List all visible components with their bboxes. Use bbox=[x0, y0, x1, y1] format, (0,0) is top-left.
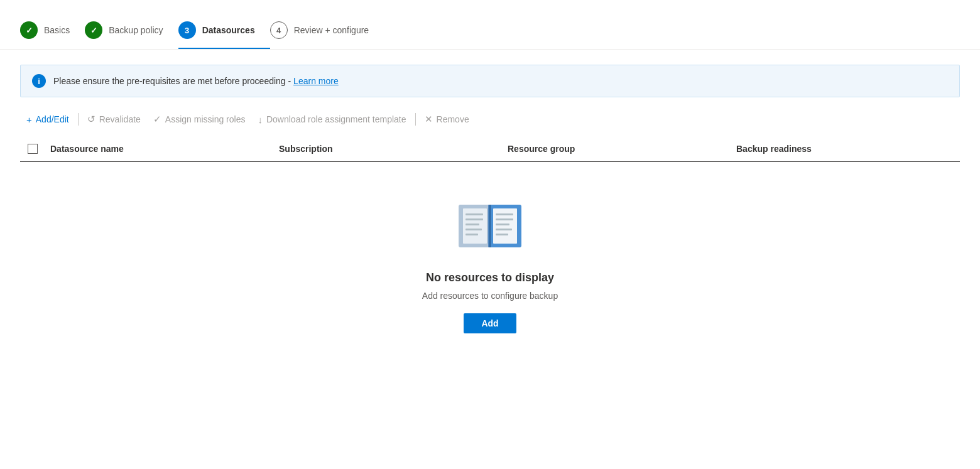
remove-button[interactable]: ✕ Remove bbox=[418, 110, 476, 129]
svg-rect-14 bbox=[496, 234, 508, 235]
col-backup-readiness: Backup readiness bbox=[731, 141, 960, 156]
svg-rect-2 bbox=[466, 213, 483, 215]
step-backup-policy-label: Backup policy bbox=[109, 25, 163, 35]
download-icon: ↓ bbox=[258, 114, 263, 125]
empty-state: No resources to display Add resources to… bbox=[20, 162, 960, 358]
toolbar-separator-1 bbox=[78, 113, 79, 126]
assign-roles-button[interactable]: ✓ Assign missing roles bbox=[147, 110, 252, 129]
wizard-steps: ✓ Basics ✓ Backup policy 3 Datasources 4… bbox=[0, 0, 980, 50]
svg-rect-3 bbox=[466, 218, 483, 220]
step-datasources[interactable]: 3 Datasources bbox=[178, 11, 270, 49]
step-basics[interactable]: ✓ Basics bbox=[20, 11, 85, 49]
svg-rect-5 bbox=[466, 229, 482, 230]
step-review[interactable]: 4 Review + configure bbox=[270, 11, 384, 49]
select-all-cell[interactable] bbox=[20, 144, 45, 154]
step-review-icon: 4 bbox=[270, 21, 288, 39]
col-resource-group: Resource group bbox=[503, 141, 731, 156]
svg-rect-12 bbox=[496, 224, 509, 225]
info-banner: i Please ensure the pre-requisites are m… bbox=[20, 65, 960, 97]
empty-state-add-button[interactable]: Add bbox=[464, 313, 516, 333]
col-datasource-name: Datasource name bbox=[45, 141, 274, 156]
step-datasources-label: Datasources bbox=[202, 25, 255, 35]
empty-state-subtitle: Add resources to configure backup bbox=[422, 291, 558, 301]
svg-rect-4 bbox=[466, 224, 479, 225]
step-review-label: Review + configure bbox=[294, 25, 369, 35]
step-basics-label: Basics bbox=[44, 25, 70, 35]
toolbar: + Add/Edit ↺ Revalidate ✓ Assign missing… bbox=[0, 97, 980, 129]
banner-text: Please ensure the pre-requisites are met… bbox=[53, 76, 339, 86]
empty-state-title: No resources to display bbox=[426, 271, 554, 284]
info-icon: i bbox=[32, 74, 46, 88]
select-all-checkbox[interactable] bbox=[28, 144, 38, 154]
add-edit-button[interactable]: + Add/Edit bbox=[20, 111, 75, 129]
data-table: Datasource name Subscription Resource gr… bbox=[20, 136, 960, 358]
svg-rect-11 bbox=[496, 218, 513, 220]
empty-state-icon bbox=[455, 200, 525, 256]
step-backup-policy-icon: ✓ bbox=[85, 21, 102, 39]
step-basics-icon: ✓ bbox=[20, 21, 38, 39]
checkmark-icon: ✓ bbox=[153, 114, 161, 125]
table-header: Datasource name Subscription Resource gr… bbox=[20, 136, 960, 162]
svg-rect-13 bbox=[496, 229, 512, 230]
learn-more-link[interactable]: Learn more bbox=[293, 76, 339, 86]
svg-rect-10 bbox=[496, 213, 513, 215]
toolbar-separator-2 bbox=[415, 113, 416, 126]
col-subscription: Subscription bbox=[274, 141, 503, 156]
plus-icon: + bbox=[26, 114, 32, 125]
revalidate-icon: ↺ bbox=[87, 114, 95, 125]
step-backup-policy[interactable]: ✓ Backup policy bbox=[85, 11, 178, 49]
close-icon: ✕ bbox=[425, 114, 433, 125]
step-datasources-icon: 3 bbox=[178, 21, 196, 39]
download-template-button[interactable]: ↓ Download role assignment template bbox=[251, 111, 412, 129]
svg-rect-6 bbox=[466, 234, 478, 235]
revalidate-button[interactable]: ↺ Revalidate bbox=[81, 110, 147, 129]
